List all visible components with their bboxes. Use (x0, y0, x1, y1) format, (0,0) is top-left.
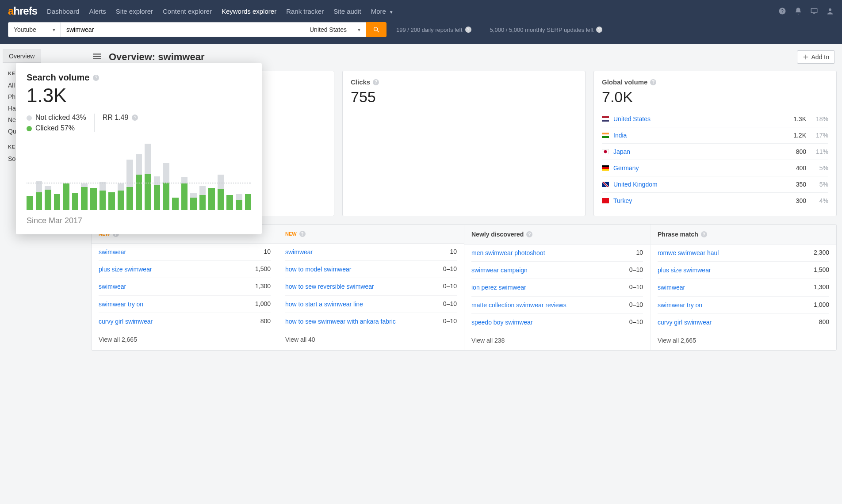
keyword-link[interactable]: how to sew reversible swimwear (285, 283, 374, 290)
nav-link-more[interactable]: More ▼ (371, 8, 394, 15)
keyword-value: 0–10 (629, 318, 643, 325)
nav-link-alerts[interactable]: Alerts (89, 8, 106, 15)
screen-icon[interactable] (810, 7, 818, 15)
search-button[interactable] (366, 22, 387, 37)
content-area: Overview: swimwear Add to Clicks ? 755 G… (88, 44, 842, 359)
nav-link-rank-tracker[interactable]: Rank tracker (286, 8, 324, 15)
view-all-link[interactable]: View all 2,665 (651, 331, 836, 350)
gv-country[interactable]: Turkey (613, 197, 779, 204)
keyword-link[interactable]: how to start a swimwear line (285, 300, 363, 308)
ideas-column: NEW?swimwear10how to model swimwear0–10h… (278, 225, 464, 350)
chart-bar (90, 188, 97, 210)
keyword-link[interactable]: ion perez swimwear (471, 283, 526, 291)
country-value: United States (310, 26, 347, 33)
sidebar-overview-tab[interactable]: Overview (3, 50, 41, 63)
keyword-link[interactable]: swimwear (99, 248, 126, 256)
svg-rect-7 (93, 53, 101, 54)
chart-bar (108, 192, 115, 210)
chart-bar (136, 154, 142, 210)
nav-link-content-explorer[interactable]: Content explorer (163, 8, 212, 15)
gv-country[interactable]: India (613, 132, 779, 139)
logo[interactable]: ahrefs (8, 5, 37, 17)
quota-monthly: 5,000 / 5,000 monthly SERP updates left … (490, 27, 603, 33)
nav-link-site-audit[interactable]: Site audit (333, 8, 361, 15)
nav-links: DashboardAlertsSite explorerContent expl… (47, 8, 778, 15)
help-dot-icon[interactable]: ? (373, 79, 379, 85)
plus-icon (803, 54, 809, 60)
keyword-value: 1,300 (814, 283, 829, 290)
keyword-value: 1,300 (255, 283, 271, 290)
engine-dropdown[interactable]: Youtube ▼ (8, 22, 61, 37)
help-dot-icon[interactable]: ? (93, 75, 99, 81)
clicks-label: Clicks (351, 78, 370, 86)
nav-link-keywords-explorer[interactable]: Keywords explorer (222, 8, 276, 15)
global-volume-row: Turkey3004% (602, 192, 828, 209)
global-volume-row: India1.2K17% (602, 127, 828, 143)
keyword-row: ion perez swimwear0–10 (471, 279, 643, 296)
keyword-link[interactable]: swimwear try on (658, 301, 702, 309)
chart-bar (63, 183, 69, 210)
keyword-link[interactable]: matte collection swimwear reviews (471, 301, 566, 309)
keyword-link[interactable]: swimwear campaign (471, 266, 528, 274)
legend-dot-clicked (27, 126, 32, 131)
keyword-value: 2,300 (814, 249, 829, 256)
global-label: Global volume (602, 78, 647, 86)
help-dot-icon[interactable]: ? (526, 231, 532, 237)
keyword-input[interactable] (61, 22, 304, 37)
keyword-link[interactable]: swimwear (285, 248, 313, 256)
keyword-value: 1,500 (814, 266, 829, 273)
gv-volume: 300 (783, 197, 806, 204)
help-dot-icon[interactable]: ? (465, 27, 471, 33)
help-dot-icon[interactable]: ? (650, 79, 656, 85)
view-all-link[interactable]: View all 238 (464, 331, 650, 350)
keyword-row: swimwear10 (99, 244, 271, 261)
gv-percent: 5% (811, 164, 828, 172)
view-all-link[interactable]: View all 40 (278, 330, 464, 349)
sv-value: 1.3K (27, 84, 251, 107)
keyword-link[interactable]: plus size swimwear (99, 265, 152, 273)
keyword-link[interactable]: swimwear (658, 283, 685, 291)
keyword-link[interactable]: how to model swimwear (285, 265, 351, 273)
view-all-link[interactable]: View all 2,665 (92, 330, 278, 349)
svg-text:?: ? (781, 8, 784, 14)
help-dot-icon[interactable]: ? (132, 115, 138, 121)
keyword-row: curvy girl swimwear800 (99, 313, 271, 330)
keyword-link[interactable]: speedo boy swimwear (471, 318, 533, 326)
keyword-link[interactable]: curvy girl swimwear (658, 318, 712, 326)
keyword-row: men swimwear photoshoot10 (471, 244, 643, 262)
nav-link-site-explorer[interactable]: Site explorer (116, 8, 153, 15)
sv-clicked: Clicked 57% (35, 124, 75, 132)
nav-link-dashboard[interactable]: Dashboard (47, 8, 79, 15)
global-volume-row: Germany4005% (602, 160, 828, 176)
keyword-value: 0–10 (629, 283, 643, 290)
keyword-link[interactable]: swimwear (99, 283, 126, 290)
keyword-link[interactable]: romwe swimwear haul (658, 249, 719, 257)
keyword-link[interactable]: men swimwear photoshoot (471, 249, 545, 257)
gv-volume: 400 (783, 164, 806, 172)
keyword-link[interactable]: plus size swimwear (658, 266, 711, 274)
hamburger-icon[interactable] (93, 53, 101, 61)
svg-rect-2 (811, 8, 817, 13)
sv-not-clicked: Not clicked 43% (35, 114, 86, 121)
keyword-value: 10 (450, 248, 457, 255)
add-to-button[interactable]: Add to (797, 50, 835, 64)
help-dot-icon[interactable]: ? (299, 231, 306, 237)
user-icon[interactable] (826, 7, 834, 15)
gv-country[interactable]: United States (613, 115, 779, 122)
gv-country[interactable]: United Kingdom (613, 181, 779, 188)
chart-bar (45, 186, 51, 210)
keyword-row: how to start a swimwear line0–10 (285, 296, 457, 313)
keyword-link[interactable]: curvy girl swimwear (99, 317, 153, 325)
help-dot-icon[interactable]: ? (701, 231, 707, 237)
help-dot-icon[interactable]: ? (596, 27, 602, 33)
gv-country[interactable]: Germany (613, 164, 779, 172)
ideas-column: NEW?swimwear10plus size swimwear1,500swi… (92, 225, 278, 350)
help-icon[interactable]: ? (778, 7, 786, 15)
keyword-link[interactable]: how to sew swimwear with ankara fabric (285, 317, 396, 325)
country-dropdown[interactable]: United States ▼ (304, 22, 366, 37)
flag-icon (602, 149, 609, 154)
gv-country[interactable]: Japan (613, 148, 779, 155)
bell-icon[interactable] (794, 7, 802, 15)
ideas-column-header: NEW? (278, 225, 464, 244)
keyword-link[interactable]: swimwear try on (99, 300, 143, 308)
